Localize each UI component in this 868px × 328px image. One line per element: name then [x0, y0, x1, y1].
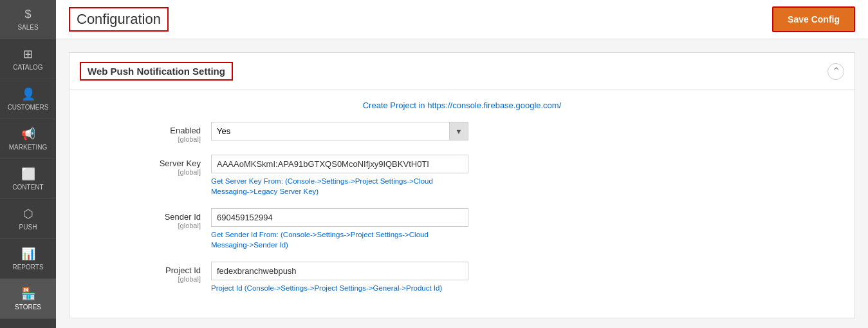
sender-id-row: Sender Id [global] Get Sender Id From: (…	[82, 208, 842, 250]
server-key-control: Get Server Key From: (Console->Settings-…	[211, 155, 468, 197]
enabled-label-text: Enabled	[82, 126, 201, 135]
sidebar-item-marketing[interactable]: 📢 MARKETING	[0, 119, 56, 159]
chevron-up-icon: ⌃	[832, 65, 840, 77]
sidebar-item-sales[interactable]: $ SALES	[0, 0, 56, 39]
project-id-label: Project Id [global]	[82, 262, 211, 283]
sender-id-scope: [global]	[82, 222, 201, 229]
server-key-label: Server Key [global]	[82, 155, 211, 176]
marketing-icon: 📢	[21, 127, 35, 141]
project-id-input[interactable]	[211, 262, 468, 280]
content-icon: ⬜	[21, 167, 35, 181]
sales-icon: $	[24, 8, 31, 21]
reports-icon: 📊	[21, 247, 35, 261]
content-area: Web Push Notification Setting ⌃ Create P…	[56, 39, 868, 328]
section-header: Web Push Notification Setting ⌃	[69, 53, 854, 90]
project-id-row: Project Id [global] Project Id (Console-…	[82, 262, 842, 293]
sidebar-item-stores[interactable]: 🏪 STORES	[0, 279, 56, 319]
enabled-control: Yes No ▼	[211, 122, 468, 140]
sidebar-label-push: PUSH	[19, 224, 37, 231]
sidebar-item-customers[interactable]: 👤 CUSTOMERS	[0, 79, 56, 119]
firebase-url-link[interactable]: https://console.firebase.google.com/	[427, 101, 561, 110]
sidebar-item-reports[interactable]: 📊 REPORTS	[0, 239, 56, 279]
catalog-icon: ⊞	[23, 47, 33, 61]
sidebar: $ SALES ⊞ CATALOG 👤 CUSTOMERS 📢 MARKETIN…	[0, 0, 56, 328]
sender-id-input[interactable]	[211, 208, 468, 227]
section-body: Create Project in https://console.fireba…	[69, 90, 854, 318]
server-key-hint: Get Server Key From: (Console->Settings-…	[211, 176, 468, 197]
section-title: Web Push Notification Setting	[80, 62, 233, 81]
customers-icon: 👤	[21, 87, 35, 101]
enabled-scope: [global]	[82, 135, 201, 143]
stores-icon: 🏪	[21, 287, 35, 301]
web-push-section: Web Push Notification Setting ⌃ Create P…	[69, 52, 855, 318]
sidebar-item-push[interactable]: ⬡ PUSH	[0, 199, 56, 239]
enabled-row: Enabled [global] Yes No ▼	[82, 122, 842, 143]
sender-id-label-text: Sender Id	[82, 212, 201, 222]
project-id-hint: Project Id (Console->Settings->Project S…	[211, 283, 468, 293]
sidebar-label-content: CONTENT	[12, 184, 43, 191]
sender-id-hint: Get Sender Id From: (Console->Settings->…	[211, 229, 468, 250]
sidebar-label-catalog: CATALOG	[13, 64, 42, 71]
sidebar-item-catalog[interactable]: ⊞ CATALOG	[0, 39, 56, 79]
sender-id-label: Sender Id [global]	[82, 208, 211, 229]
page-title: Configuration	[69, 7, 169, 32]
main-area: Configuration Save Config Web Push Notif…	[56, 0, 868, 328]
enabled-select-wrapper: Yes No ▼	[211, 122, 468, 140]
sidebar-label-customers: CUSTOMERS	[8, 104, 49, 111]
sidebar-label-sales: SALES	[17, 24, 38, 31]
project-id-control: Project Id (Console->Settings->Project S…	[211, 262, 468, 293]
header: Configuration Save Config	[56, 0, 868, 39]
server-key-input[interactable]	[211, 155, 468, 173]
project-id-label-text: Project Id	[82, 265, 201, 275]
enabled-label: Enabled [global]	[82, 122, 211, 143]
firebase-link: Create Project in https://console.fireba…	[82, 101, 842, 110]
sidebar-label-stores: STORES	[15, 304, 41, 311]
sidebar-label-reports: REPORTS	[12, 264, 43, 271]
project-id-scope: [global]	[82, 275, 201, 283]
server-key-row: Server Key [global] Get Server Key From:…	[82, 155, 842, 197]
sender-id-control: Get Sender Id From: (Console->Settings->…	[211, 208, 468, 250]
enabled-select[interactable]: Yes No	[211, 122, 468, 140]
server-key-scope: [global]	[82, 168, 201, 176]
sidebar-item-content[interactable]: ⬜ CONTENT	[0, 159, 56, 199]
server-key-label-text: Server Key	[82, 159, 201, 168]
save-config-button[interactable]: Save Config	[772, 6, 855, 32]
section-toggle-button[interactable]: ⌃	[827, 63, 844, 80]
sidebar-label-marketing: MARKETING	[9, 144, 47, 151]
push-icon: ⬡	[23, 207, 33, 221]
